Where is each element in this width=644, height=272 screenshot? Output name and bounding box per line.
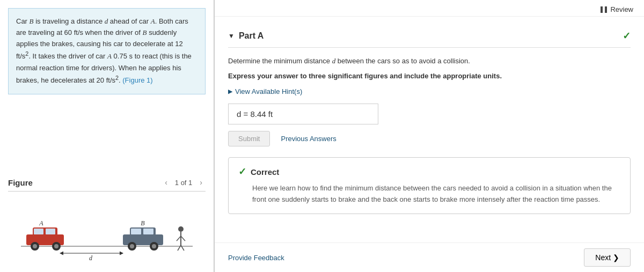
svg-rect-28 <box>605 6 607 13</box>
svg-point-8 <box>54 244 58 248</box>
correct-box: ✓ Correct Here we learn how to find the … <box>228 157 631 214</box>
svg-text:d: d <box>89 254 93 262</box>
hint-label: View Available Hint(s) <box>235 87 302 95</box>
bottom-bar: Provide Feedback Next ❯ <box>215 242 644 272</box>
part-a-title: Part A <box>239 31 264 41</box>
svg-rect-13 <box>143 229 153 234</box>
correct-box-checkmark-icon: ✓ <box>238 166 246 178</box>
question-text: Determine the minimum distance d between… <box>228 56 631 67</box>
left-panel: Car B is traveling a distance d ahead of… <box>0 0 215 272</box>
next-label: Next ❯ <box>595 253 619 262</box>
right-panel: Review ▼ Part A ✓ Determine the minimum … <box>215 0 644 272</box>
svg-rect-12 <box>131 229 141 234</box>
feedback-link[interactable]: Provide Feedback <box>228 254 284 262</box>
svg-rect-27 <box>601 6 603 13</box>
prev-figure-button[interactable]: ‹ <box>162 177 171 188</box>
answer-value: d = 8.44 ft <box>237 109 273 119</box>
figure-nav: ‹ 1 of 1 › <box>162 177 206 188</box>
hint-arrow-icon: ▶ <box>228 88 232 95</box>
instruction-text: Express your answer to three significant… <box>228 71 631 82</box>
part-a-header: ▼ Part A ✓ <box>228 25 631 48</box>
content-area: ▼ Part A ✓ Determine the minimum distanc… <box>215 17 644 242</box>
svg-point-17 <box>152 244 156 248</box>
next-figure-button[interactable]: › <box>196 177 206 188</box>
svg-point-15 <box>130 244 134 248</box>
hint-link[interactable]: ▶ View Available Hint(s) <box>228 87 631 95</box>
correct-checkmark-icon: ✓ <box>623 30 631 42</box>
figure-counter: 1 of 1 <box>175 179 193 187</box>
correct-title: Correct <box>251 167 279 177</box>
svg-text:B: B <box>141 219 145 227</box>
svg-point-20 <box>178 226 184 232</box>
submit-button[interactable]: Submit <box>228 131 270 146</box>
review-button[interactable]: Review <box>600 5 633 13</box>
correct-explanation: Here we learn how to find the minimum di… <box>238 183 620 205</box>
svg-line-21 <box>177 236 181 241</box>
figure-title: Figure <box>8 178 33 187</box>
answer-actions: Submit Previous Answers <box>228 131 631 146</box>
svg-line-22 <box>181 236 185 241</box>
problem-text: Car B is traveling a distance d ahead of… <box>8 8 206 94</box>
previous-answers-link[interactable]: Previous Answers <box>281 135 336 143</box>
figure-section: Figure ‹ 1 of 1 › <box>0 172 214 272</box>
svg-rect-4 <box>46 229 55 234</box>
correct-header: ✓ Correct <box>238 166 620 178</box>
collapse-arrow-icon[interactable]: ▼ <box>228 32 235 40</box>
svg-rect-3 <box>34 229 43 234</box>
svg-text:A: A <box>39 219 43 227</box>
svg-point-6 <box>33 244 37 248</box>
answer-display-box: d = 8.44 ft <box>228 104 378 124</box>
top-bar: Review <box>215 0 644 17</box>
next-button[interactable]: Next ❯ <box>584 248 631 267</box>
figure-image: A B <box>8 197 206 267</box>
review-icon <box>600 6 608 13</box>
review-label: Review <box>610 5 633 13</box>
